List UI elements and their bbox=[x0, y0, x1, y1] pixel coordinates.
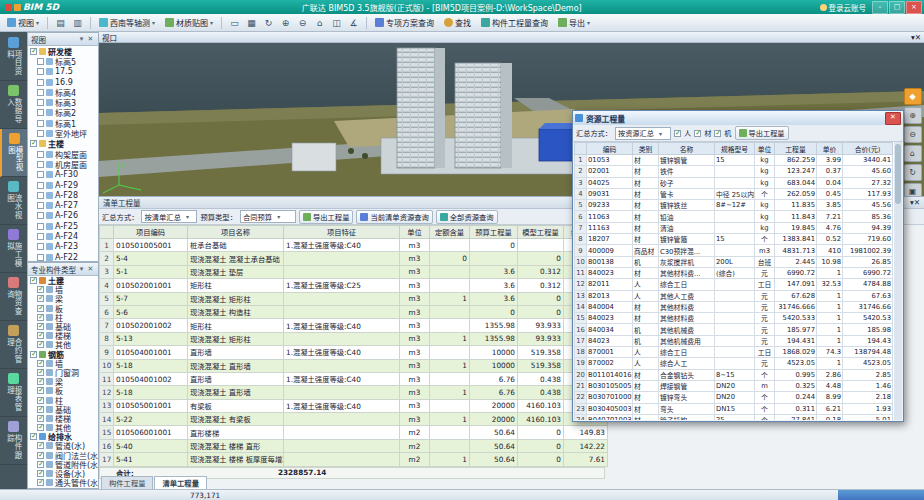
table-row[interactable]: 11840023材其他材料费...(综合)元6990.7216990.72 bbox=[575, 267, 893, 278]
table-row[interactable]: 711163材清油kg19.8454.7694.39 bbox=[575, 222, 893, 233]
component-qty-query-button[interactable]: 构件工程量查询 bbox=[477, 15, 552, 31]
tree-item[interactable]: 板 bbox=[28, 304, 98, 313]
checkbox[interactable] bbox=[37, 58, 44, 65]
close-icon[interactable]: ✕ bbox=[914, 198, 920, 207]
tree-item[interactable]: 标高4 bbox=[28, 87, 98, 97]
table-row[interactable]: 19870002人综合人工元4523.0514523.05 bbox=[575, 358, 893, 369]
tree-item[interactable]: 门窗洞 bbox=[28, 368, 98, 377]
orbit-icon[interactable]: ↻ bbox=[260, 15, 277, 31]
checkbox[interactable] bbox=[37, 99, 44, 106]
tree-item[interactable]: 设备(水) bbox=[28, 469, 98, 478]
tree-item[interactable]: 钢筋 bbox=[28, 350, 98, 359]
tree-item[interactable]: 板 bbox=[28, 386, 98, 395]
checkbox[interactable] bbox=[37, 341, 44, 348]
checkbox[interactable] bbox=[37, 161, 44, 168]
box-select-icon[interactable]: ▦ bbox=[243, 15, 260, 31]
tree-item[interactable]: 室外地坪 bbox=[28, 128, 98, 138]
tree-item[interactable]: 柱 bbox=[28, 395, 98, 404]
close-button[interactable]: × bbox=[906, 1, 922, 14]
login-link[interactable]: 登录云账号 bbox=[820, 2, 867, 13]
tree-item[interactable]: 基础 bbox=[28, 405, 98, 414]
tree-item[interactable]: 给排水 bbox=[28, 432, 98, 441]
nav-tab-7[interactable]: 报表管理 bbox=[0, 369, 27, 417]
resource-mode-select[interactable]: 按资源汇总 ▾ bbox=[615, 127, 671, 140]
material-checkbox[interactable]: 材 bbox=[694, 128, 711, 138]
pin-icon[interactable]: ▾ bbox=[77, 35, 86, 43]
table-row[interactable]: 22B030701000材镀锌弯头DN20个0.2448.992.18 bbox=[575, 392, 893, 403]
table-row[interactable]: 175-41现浇混凝土 楼梯 板厚度每增减10mmm2150.6407.61 bbox=[100, 453, 608, 466]
tree-item[interactable]: 其他 bbox=[28, 423, 98, 432]
nav-tab-4[interactable]: 施工模拟 bbox=[0, 225, 27, 273]
table-row[interactable]: 7010502001002矩形柱1.混凝土强度等级:C40m31355.9893… bbox=[100, 319, 608, 332]
tree-item[interactable]: 主楼 bbox=[28, 139, 98, 149]
budget-type-select[interactable]: 合同预算 ▾ bbox=[240, 210, 296, 223]
tree-item[interactable]: 标高3 bbox=[28, 97, 98, 107]
table-row[interactable]: 202001材铁件kg123.2470.3745.60 bbox=[575, 166, 893, 177]
table-row[interactable]: 1282011人综合工日工日147.09132.534784.88 bbox=[575, 279, 893, 290]
table-row[interactable]: 9400009商品材C30预拌混...m34831.7134101981002.… bbox=[575, 245, 893, 256]
checkbox[interactable] bbox=[30, 433, 37, 440]
home-view-icon[interactable]: ⌂ bbox=[311, 15, 328, 31]
nav-tab-8[interactable]: 构件跟踪 bbox=[0, 417, 27, 465]
tree-item[interactable]: A-F28 bbox=[28, 190, 98, 200]
table-row[interactable]: 509233材镀锌铁丝8#~12#kg11.8353.8545.56 bbox=[575, 200, 893, 211]
checkbox[interactable] bbox=[37, 171, 44, 178]
tree-item[interactable]: A-F23 bbox=[28, 242, 98, 252]
all-resource-query-button[interactable]: 全部资源查询 bbox=[436, 210, 498, 224]
nav-tab-3[interactable]: 流水视图 bbox=[0, 177, 27, 225]
tree-item[interactable]: 通头管件(水) bbox=[28, 478, 98, 487]
tree-item[interactable]: 楼梯 bbox=[28, 331, 98, 340]
tree-item[interactable]: A-F22 bbox=[28, 252, 98, 262]
nav-tab-0[interactable]: 项目资料 bbox=[0, 33, 27, 81]
table-row[interactable]: 105-18现浇混凝土 直形墙m3110000519.358490.26 bbox=[100, 359, 608, 372]
checkbox[interactable] bbox=[37, 479, 44, 486]
tree-item[interactable]: A-F24 bbox=[28, 231, 98, 241]
special-scheme-query-button[interactable]: 专项方案查询 bbox=[371, 15, 438, 31]
checkbox[interactable] bbox=[37, 223, 44, 230]
checkbox[interactable] bbox=[30, 140, 37, 147]
checkbox[interactable] bbox=[37, 120, 44, 127]
resource-window-titlebar[interactable]: 资源工程量 ✕ bbox=[573, 111, 903, 125]
table-row[interactable]: 10800138机灰浆搅拌机200L台班2.44510.9826.85 bbox=[575, 256, 893, 267]
nav-tab-1[interactable]: 数据导入 bbox=[0, 81, 27, 129]
checkbox[interactable] bbox=[37, 387, 44, 394]
measure-icon[interactable]: ∡ bbox=[345, 15, 362, 31]
material-map-button[interactable]: 材质贴图 ▾ bbox=[161, 15, 217, 31]
nav-tab-5[interactable]: 物资查询 bbox=[0, 273, 27, 321]
checkbox[interactable] bbox=[37, 130, 44, 137]
checkbox[interactable] bbox=[37, 360, 44, 367]
zoom-in-icon[interactable]: ⊕ bbox=[904, 107, 922, 124]
summary-mode-select[interactable]: 按清单汇总 ▾ bbox=[141, 210, 197, 223]
tree-item[interactable]: A-F26 bbox=[28, 211, 98, 221]
table-row[interactable]: 818207材镀锌管箍15个1383.8410.52719.60 bbox=[575, 234, 893, 245]
tree-item[interactable]: 柱 bbox=[28, 313, 98, 322]
zoom-out-icon[interactable]: ⊖ bbox=[904, 126, 922, 143]
tab-list-quantity[interactable]: 清单工程量 bbox=[154, 476, 206, 489]
table-row[interactable]: 35-1现浇混凝土 垫层m33.60.312 bbox=[100, 265, 608, 278]
table-row[interactable]: 611063材铅油kg11.8437.2185.36 bbox=[575, 211, 893, 222]
tree-item[interactable]: 阀门法兰(水) bbox=[28, 451, 98, 460]
scrollbar-thumb[interactable] bbox=[895, 144, 901, 204]
checkbox[interactable] bbox=[37, 182, 44, 189]
tree-item[interactable]: 管道附件(水) bbox=[28, 460, 98, 469]
close-icon[interactable]: ✕ bbox=[915, 33, 921, 42]
checkbox[interactable] bbox=[30, 351, 37, 358]
axon-view-button[interactable]: 西南等轴测 ▾ bbox=[95, 15, 159, 31]
tree-item[interactable]: 机房屋面 bbox=[28, 159, 98, 169]
tree-item[interactable]: A-F30 bbox=[28, 170, 98, 180]
maximize-button[interactable]: □ bbox=[889, 1, 905, 14]
layout-icon[interactable]: ▤ bbox=[52, 15, 69, 31]
minimize-button[interactable]: – bbox=[872, 1, 888, 14]
checkbox[interactable] bbox=[37, 369, 44, 376]
checkbox[interactable] bbox=[37, 397, 44, 404]
nav-tab-2[interactable]: 模型视图 bbox=[0, 129, 27, 177]
checkbox[interactable] bbox=[37, 212, 44, 219]
checkbox[interactable] bbox=[37, 192, 44, 199]
table-row[interactable]: 9010504001001直形墙1.混凝土强度等级:C40m310000519.… bbox=[100, 346, 608, 359]
table-row[interactable]: 4010502001001矩形柱1.混凝土强度等级:C25m33.60.312 bbox=[100, 279, 608, 292]
tree-item[interactable]: 墙 bbox=[28, 285, 98, 294]
select-icon[interactable]: ▭ bbox=[226, 15, 243, 31]
tree-item[interactable]: 标高5 bbox=[28, 56, 98, 66]
close-icon[interactable]: ✕ bbox=[885, 112, 901, 125]
table-row[interactable]: 20B011014016材合金钢钻头8~15个0.9952.862.85 bbox=[575, 369, 893, 380]
